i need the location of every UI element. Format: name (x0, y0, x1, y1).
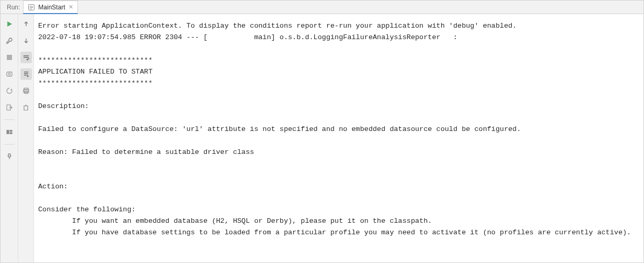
svg-rect-10 (6, 130, 9, 134)
svg-marker-8 (10, 89, 12, 91)
svg-rect-11 (9, 130, 12, 132)
scroll-to-end-icon[interactable] (20, 68, 32, 80)
run-panel-body: Error starting ApplicationContext. To di… (1, 14, 643, 262)
layout-icon[interactable] (4, 126, 15, 138)
scroll-to-bottom-icon[interactable] (20, 35, 32, 46)
rerun-button[interactable] (4, 18, 15, 30)
separator (4, 144, 15, 145)
panel-label: Run: (2, 4, 23, 11)
exit-icon[interactable] (4, 102, 15, 113)
run-tab-bar: Run: MainStart ✕ (1, 1, 643, 14)
stop-button[interactable] (4, 52, 15, 63)
run-toolbar-left (1, 14, 18, 262)
separator (4, 119, 15, 120)
svg-rect-12 (9, 133, 12, 135)
scroll-to-top-icon[interactable] (20, 18, 32, 30)
run-config-icon (28, 4, 35, 11)
tab-label: MainStart (38, 4, 65, 11)
clear-all-icon[interactable] (20, 102, 32, 113)
close-icon[interactable]: ✕ (68, 4, 73, 10)
svg-rect-5 (7, 55, 12, 60)
restart-icon[interactable] (4, 85, 15, 97)
soft-wrap-icon[interactable] (20, 52, 32, 63)
tab-mainstart[interactable]: MainStart ✕ (23, 1, 77, 14)
svg-point-7 (8, 73, 10, 75)
wrench-icon[interactable] (4, 35, 15, 46)
console-output[interactable]: Error starting ApplicationContext. To di… (34, 14, 643, 262)
pin-icon[interactable] (4, 151, 15, 162)
print-icon[interactable] (20, 85, 32, 97)
svg-rect-6 (7, 72, 12, 76)
dump-threads-icon[interactable] (4, 68, 15, 80)
svg-marker-4 (7, 21, 12, 27)
console-toolbar (18, 14, 34, 262)
